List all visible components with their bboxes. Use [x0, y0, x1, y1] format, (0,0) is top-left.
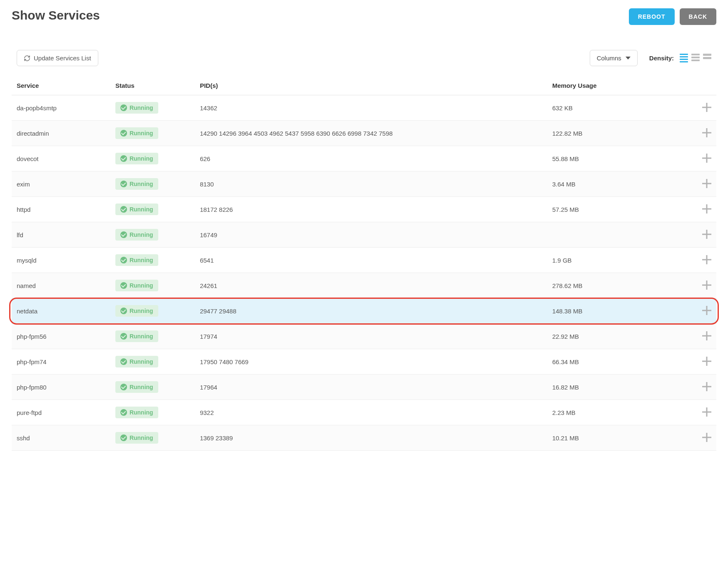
status-badge: Running [115, 127, 158, 139]
check-icon [120, 282, 127, 289]
reboot-button[interactable]: REBOOT [629, 8, 675, 25]
service-name: php-fpm56 [12, 324, 110, 349]
service-memory: 22.92 MB [547, 324, 674, 349]
service-pids: 16749 [195, 222, 547, 248]
service-pids: 29477 29488 [195, 298, 547, 324]
service-pids: 8130 [195, 171, 547, 197]
service-status: Running [110, 222, 195, 248]
status-label: Running [130, 282, 153, 289]
service-pids: 24261 [195, 273, 547, 298]
table-row: sshdRunning1369 2338910.21 MB [12, 425, 716, 451]
expand-row-button[interactable] [702, 280, 711, 290]
service-memory: 2.23 MB [547, 400, 674, 425]
expand-row-button[interactable] [702, 357, 711, 366]
service-name: lfd [12, 222, 110, 248]
service-status: Running [110, 248, 195, 273]
density-large-icon[interactable] [703, 54, 711, 62]
status-badge: Running [115, 254, 158, 266]
service-pids: 17950 7480 7669 [195, 349, 547, 375]
update-services-label: Update Services List [34, 55, 91, 62]
page-title: Show Services [12, 8, 100, 22]
service-memory: 1.9 GB [547, 248, 674, 273]
back-button[interactable]: BACK [680, 8, 716, 25]
status-label: Running [130, 308, 153, 314]
service-memory: 16.82 MB [547, 375, 674, 400]
status-label: Running [130, 384, 153, 390]
services-table: Service Status PID(s) Memory Usage da-po… [12, 76, 716, 451]
expand-row-button[interactable] [702, 306, 711, 315]
density-compact-icon[interactable] [680, 54, 688, 62]
expand-row-button[interactable] [702, 103, 711, 112]
service-memory: 66.34 MB [547, 349, 674, 375]
col-service[interactable]: Service [12, 76, 110, 95]
status-label: Running [130, 130, 153, 137]
status-badge: Running [115, 178, 158, 190]
expand-row-button[interactable] [702, 382, 711, 391]
service-name: exim [12, 171, 110, 197]
expand-row-button[interactable] [702, 128, 711, 137]
expand-row-button[interactable] [702, 179, 711, 188]
service-status: Running [110, 298, 195, 324]
status-badge: Running [115, 432, 158, 444]
service-name: sshd [12, 425, 110, 451]
service-memory: 122.82 MB [547, 121, 674, 146]
status-label: Running [130, 181, 153, 187]
status-badge: Running [115, 381, 158, 393]
check-icon [120, 358, 127, 365]
status-label: Running [130, 333, 153, 340]
table-row: dovecotRunning62655.88 MB [12, 146, 716, 171]
check-icon [120, 181, 127, 187]
col-pids[interactable]: PID(s) [195, 76, 547, 95]
status-badge: Running [115, 330, 158, 342]
status-badge: Running [115, 229, 158, 241]
status-badge: Running [115, 407, 158, 418]
status-label: Running [130, 257, 153, 263]
service-status: Running [110, 349, 195, 375]
table-row: directadminRunning14290 14296 3964 4503 … [12, 121, 716, 146]
table-row: mysqldRunning65411.9 GB [12, 248, 716, 273]
expand-row-button[interactable] [702, 255, 711, 264]
expand-row-button[interactable] [702, 331, 711, 340]
check-icon [120, 333, 127, 340]
service-pids: 17964 [195, 375, 547, 400]
update-services-button[interactable]: Update Services List [17, 50, 98, 66]
status-badge: Running [115, 305, 158, 317]
status-label: Running [130, 206, 153, 213]
expand-row-button[interactable] [702, 433, 711, 442]
status-label: Running [130, 409, 153, 416]
service-status: Running [110, 146, 195, 171]
service-name: php-fpm74 [12, 349, 110, 375]
service-status: Running [110, 425, 195, 451]
service-status: Running [110, 375, 195, 400]
expand-row-button[interactable] [702, 154, 711, 163]
refresh-icon [24, 55, 30, 62]
expand-row-button[interactable] [702, 230, 711, 239]
columns-dropdown[interactable]: Columns [590, 50, 638, 66]
service-pids: 17974 [195, 324, 547, 349]
table-row: php-fpm80Running1796416.82 MB [12, 375, 716, 400]
check-icon [120, 155, 127, 162]
status-badge: Running [115, 153, 158, 164]
status-label: Running [130, 434, 153, 441]
service-pids: 9322 [195, 400, 547, 425]
service-memory: 10.21 MB [547, 425, 674, 451]
service-name: mysqld [12, 248, 110, 273]
expand-row-button[interactable] [702, 407, 711, 417]
status-label: Running [130, 358, 153, 365]
status-badge: Running [115, 356, 158, 367]
density-medium-icon[interactable] [691, 54, 700, 62]
col-memory[interactable]: Memory Usage [547, 76, 674, 95]
service-pids: 1369 23389 [195, 425, 547, 451]
service-memory: 55.88 MB [547, 146, 674, 171]
service-name: da-popb4smtp [12, 95, 110, 121]
service-status: Running [110, 95, 195, 121]
service-status: Running [110, 324, 195, 349]
columns-label: Columns [597, 55, 621, 62]
service-name: pure-ftpd [12, 400, 110, 425]
check-icon [120, 434, 127, 441]
table-row: lfdRunning16749 [12, 222, 716, 248]
status-badge: Running [115, 204, 158, 215]
service-pids: 14290 14296 3964 4503 4962 5437 5958 639… [195, 121, 547, 146]
col-status[interactable]: Status [110, 76, 195, 95]
expand-row-button[interactable] [702, 204, 711, 213]
